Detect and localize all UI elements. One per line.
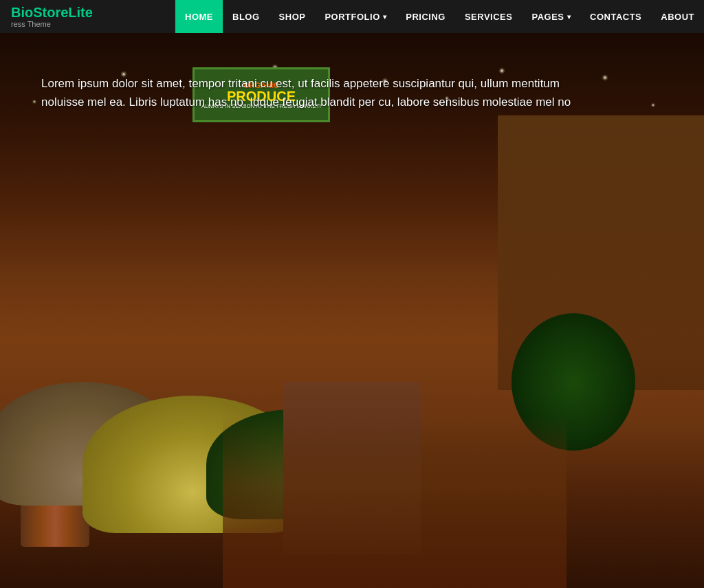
portfolio-dropdown-icon: ▾: [383, 13, 387, 21]
logo: BioStoreLite ress Theme: [0, 5, 138, 28]
nav-item-blog[interactable]: BLOG: [223, 0, 270, 33]
hero-paragraph: Lorem ipsum dolor sit amet, tempor trita…: [41, 74, 605, 111]
nav-item-about[interactable]: ABOUT: [651, 0, 704, 33]
main-nav: HOME BLOG SHOP PORTFOLIO ▾ PRICING SERVI…: [175, 0, 704, 33]
pages-dropdown-icon: ▾: [567, 13, 571, 21]
logo-subtitle: ress Theme: [11, 20, 126, 28]
nav-item-pages[interactable]: PAGES ▾: [522, 0, 580, 33]
nav-item-services[interactable]: SERVICES: [455, 0, 522, 33]
nav-item-shop[interactable]: SHOP: [270, 0, 316, 33]
header: BioStoreLite ress Theme HOME BLOG SHOP P…: [0, 0, 704, 33]
hero-text-overlay: Lorem ipsum dolor sit amet, tempor trita…: [41, 74, 605, 111]
nav-item-home[interactable]: HOME: [175, 0, 223, 33]
logo-title: BioStoreLite: [11, 5, 126, 20]
nav-item-portfolio[interactable]: PORTFOLIO ▾: [315, 0, 396, 33]
hero-section: ORGANIC PRODUCE ALWAYS IN SEASON AT THE …: [0, 33, 704, 588]
nav-item-contacts[interactable]: CONTACTS: [580, 0, 651, 33]
foreground-goods: [223, 416, 566, 588]
hero-background: ORGANIC PRODUCE ALWAYS IN SEASON AT THE …: [0, 33, 704, 588]
nav-item-pricing[interactable]: PRICING: [396, 0, 455, 33]
